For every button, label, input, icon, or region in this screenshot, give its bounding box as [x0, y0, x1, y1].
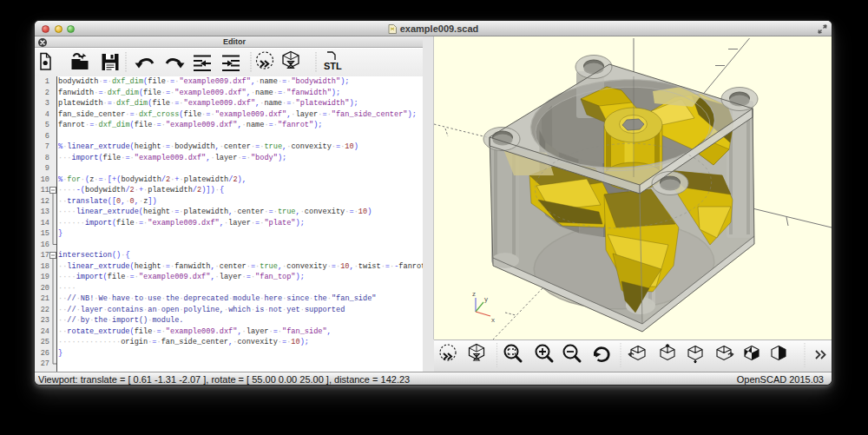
svg-text:y: y: [484, 295, 488, 303]
svg-text:STL: STL: [324, 61, 342, 71]
svg-text:x: x: [491, 316, 495, 324]
svg-text:z: z: [472, 290, 476, 298]
